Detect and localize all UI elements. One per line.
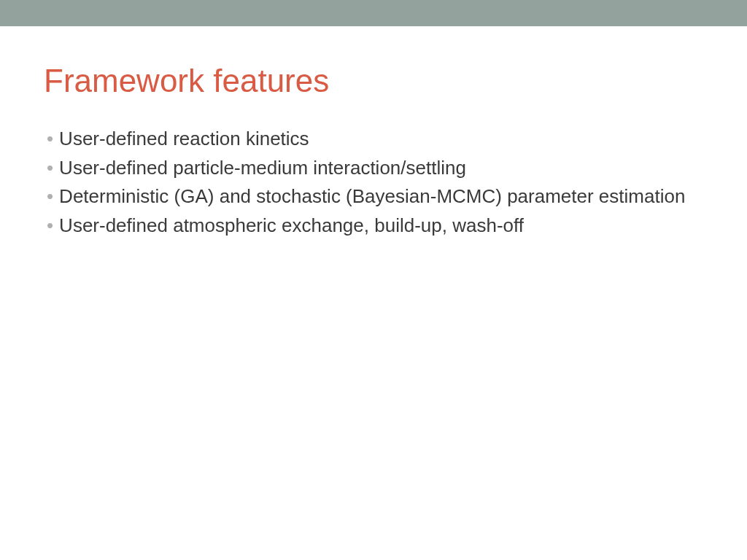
bullet-text: User-defined reaction kinetics: [59, 125, 703, 153]
bullet-text: User-defined particle-medium interaction…: [59, 155, 703, 182]
slide-content: Framework features • User-defined reacti…: [0, 26, 747, 240]
bullet-list: • User-defined reaction kinetics • User-…: [44, 125, 703, 240]
bullet-text: Deterministic (GA) and stochastic (Bayes…: [59, 183, 703, 211]
list-item: • User-defined atmospheric exchange, bui…: [47, 212, 703, 240]
top-accent-bar: [0, 0, 747, 26]
bullet-icon: •: [47, 155, 53, 182]
slide-title: Framework features: [44, 63, 703, 99]
bullet-icon: •: [47, 212, 53, 240]
bullet-icon: •: [47, 125, 53, 153]
bullet-icon: •: [47, 183, 53, 211]
list-item: • Deterministic (GA) and stochastic (Bay…: [47, 183, 703, 211]
bullet-text: User-defined atmospheric exchange, build…: [59, 212, 703, 240]
list-item: • User-defined reaction kinetics: [47, 125, 703, 153]
list-item: • User-defined particle-medium interacti…: [47, 155, 703, 182]
